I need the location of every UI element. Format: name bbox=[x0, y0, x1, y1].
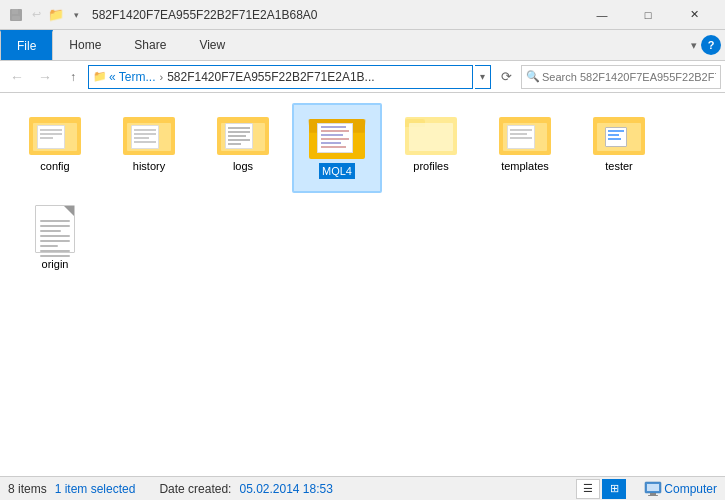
file-item-config[interactable]: config bbox=[10, 103, 100, 193]
svg-rect-5 bbox=[650, 493, 656, 495]
breadcrumb-part1[interactable]: « Term... bbox=[109, 70, 155, 84]
folder-icon-history bbox=[123, 111, 175, 155]
maximize-button[interactable]: □ bbox=[625, 0, 671, 30]
minimize-button[interactable]: — bbox=[579, 0, 625, 30]
back-button[interactable]: ← bbox=[4, 65, 30, 89]
folder-icon-profiles bbox=[405, 111, 457, 155]
file-item-mql4[interactable]: MQL4 bbox=[292, 103, 382, 193]
file-item-origin[interactable]: origin bbox=[10, 197, 100, 287]
window-title: 582F1420F7EA955F22B2F71E2A1B68A0 bbox=[92, 8, 579, 22]
file-label-history: history bbox=[133, 159, 165, 173]
file-label-logs: logs bbox=[233, 159, 253, 173]
computer-icon: Computer bbox=[644, 481, 717, 497]
file-label-config: config bbox=[40, 159, 69, 173]
status-item-count: 8 items bbox=[8, 482, 47, 496]
refresh-button[interactable]: ⟳ bbox=[493, 65, 519, 89]
monitor-svg bbox=[644, 481, 662, 497]
ribbon-tabs: File Home Share View ▾ ? bbox=[0, 30, 725, 60]
folder-icon-mql4 bbox=[309, 111, 365, 159]
close-button[interactable]: ✕ bbox=[671, 0, 717, 30]
list-view-button[interactable]: ☰ bbox=[576, 479, 600, 499]
breadcrumb-part2[interactable]: 582F1420F7EA955F22B2F71E2A1B... bbox=[167, 70, 374, 84]
tab-view[interactable]: View bbox=[183, 30, 242, 60]
ribbon-expand-icon[interactable]: ▾ bbox=[691, 39, 697, 52]
svg-rect-6 bbox=[648, 495, 658, 496]
svg-rect-1 bbox=[12, 9, 18, 14]
folder-icon: 📁 bbox=[48, 7, 64, 23]
title-bar: ↩ 📁 ▾ 582F1420F7EA955F22B2F71E2A1B68A0 —… bbox=[0, 0, 725, 30]
svg-rect-4 bbox=[647, 484, 659, 491]
title-bar-icons: ↩ 📁 ▾ bbox=[8, 7, 84, 23]
forward-button[interactable]: → bbox=[32, 65, 58, 89]
file-item-tester[interactable]: tester bbox=[574, 103, 664, 193]
status-bar: 8 items 1 item selected Date created: 05… bbox=[0, 476, 725, 500]
breadcrumb-folder-icon: 📁 bbox=[93, 70, 107, 83]
up-button[interactable]: ↑ bbox=[60, 65, 86, 89]
computer-status: Computer bbox=[644, 481, 717, 497]
address-bar: ← → ↑ 📁 « Term... › 582F1420F7EA955F22B2… bbox=[0, 61, 725, 93]
file-item-logs[interactable]: logs bbox=[198, 103, 288, 193]
undo-icon: ↩ bbox=[28, 7, 44, 23]
search-input[interactable] bbox=[542, 71, 716, 83]
address-dropdown[interactable]: ▾ bbox=[475, 65, 491, 89]
tab-share[interactable]: Share bbox=[118, 30, 183, 60]
ribbon: File Home Share View ▾ ? bbox=[0, 30, 725, 61]
save-icon[interactable] bbox=[8, 7, 24, 23]
search-box: 🔍 bbox=[521, 65, 721, 89]
dropdown-icon[interactable]: ▾ bbox=[68, 7, 84, 23]
folder-icon-templates bbox=[499, 111, 551, 155]
file-item-history[interactable]: history bbox=[104, 103, 194, 193]
status-date-label: Date created: bbox=[159, 482, 231, 496]
tab-home[interactable]: Home bbox=[53, 30, 118, 60]
folder-icon-logs bbox=[217, 111, 269, 155]
status-right: ☰ ⊞ Computer bbox=[576, 479, 717, 499]
file-label-tester: tester bbox=[605, 159, 633, 173]
grid-view-button[interactable]: ⊞ bbox=[602, 479, 626, 499]
tab-file[interactable]: File bbox=[0, 30, 53, 60]
breadcrumb-sep1: › bbox=[159, 71, 163, 83]
folder-icon-config bbox=[29, 111, 81, 155]
file-item-templates[interactable]: templates bbox=[480, 103, 570, 193]
search-icon: 🔍 bbox=[526, 70, 540, 83]
file-label-profiles: profiles bbox=[413, 159, 448, 173]
computer-label: Computer bbox=[664, 482, 717, 496]
help-icon[interactable]: ? bbox=[701, 35, 721, 55]
window-controls: — □ ✕ bbox=[579, 0, 717, 30]
file-label-mql4: MQL4 bbox=[319, 163, 355, 179]
status-date-value: 05.02.2014 18:53 bbox=[239, 482, 332, 496]
svg-rect-2 bbox=[12, 16, 20, 20]
folder-icon-tester bbox=[593, 111, 645, 155]
file-view: config history bbox=[0, 93, 725, 476]
file-label-templates: templates bbox=[501, 159, 549, 173]
status-item-selected: 1 item selected bbox=[55, 482, 136, 496]
file-item-profiles[interactable]: profiles bbox=[386, 103, 476, 193]
doc-icon-origin bbox=[35, 205, 75, 253]
main-area: config history bbox=[0, 93, 725, 476]
status-left: 8 items 1 item selected Date created: 05… bbox=[8, 482, 576, 496]
